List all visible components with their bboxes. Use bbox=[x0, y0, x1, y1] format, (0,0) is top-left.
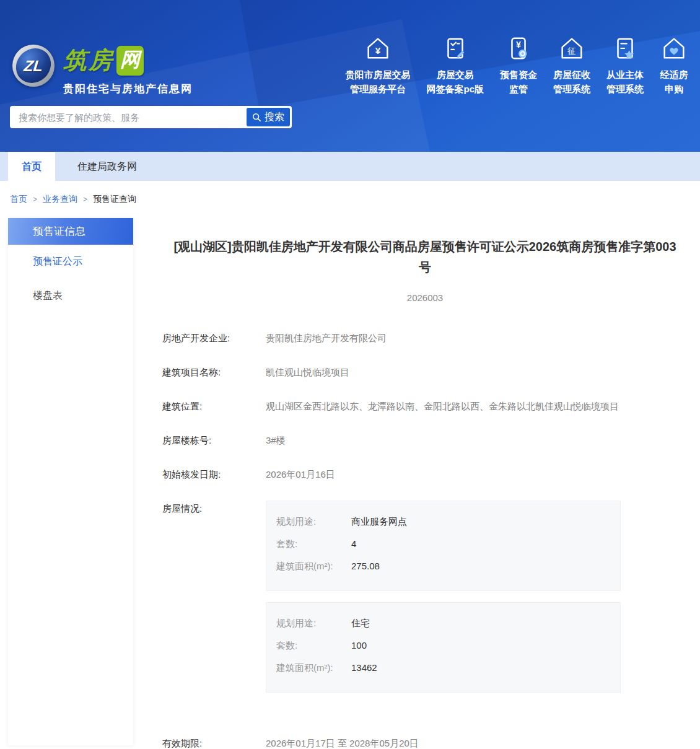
field-developer: 房地产开发企业: 贵阳凯佳房地产开发有限公司 bbox=[162, 330, 688, 346]
sidebar: 预售证信息 预售证公示 楼盘表 bbox=[8, 218, 133, 745]
nav-item-label: 贵阳市房屋交易管理服务平台 bbox=[345, 68, 410, 96]
svg-text:征: 征 bbox=[567, 46, 575, 56]
field-label: 初始核发日期: bbox=[162, 466, 266, 483]
brand-text: 筑房 网 贵阳住宅与房地产信息网 bbox=[63, 45, 193, 96]
box-label: 规划用途: bbox=[276, 618, 351, 629]
box-row-planned-use: 规划用途: 商业服务网点 bbox=[276, 516, 610, 528]
brand-name: 筑房 bbox=[63, 45, 114, 76]
field-project-name: 建筑项目名称: 凯佳观山悦临境项目 bbox=[162, 364, 688, 380]
box-value: 13462 bbox=[351, 662, 377, 674]
box-value: 4 bbox=[351, 538, 356, 550]
housing-box-residential: 规划用途: 住宅 套数: 100 建筑面积(m²): 13462 bbox=[266, 602, 621, 693]
field-value: 2026年01月17日 至 2028年05月20日 bbox=[266, 735, 419, 749]
field-label: 房屋情况: bbox=[162, 501, 266, 717]
field-label: 房屋楼栋号: bbox=[162, 432, 266, 449]
box-label: 建筑面积(m²): bbox=[276, 662, 351, 674]
field-label: 建筑项目名称: bbox=[162, 364, 266, 380]
site-header: ZL 筑房 网 贵阳住宅与房地产信息网 ¥ 贵阳市房屋交易管理服务平台 bbox=[0, 0, 700, 152]
nav-item-label: 房屋征收管理系统 bbox=[553, 68, 590, 96]
field-value: 观山湖区金西北路以东、龙潭路以南、金阳北路以西、金朱路以北凯佳观山悦临境项目 bbox=[266, 398, 619, 414]
field-validity-period: 有效期限: 2026年01月17日 至 2028年05月20日 bbox=[162, 735, 688, 749]
top-tabstrip: 首页 住建局政务网 bbox=[0, 152, 700, 181]
detail-fields: 房地产开发企业: 贵阳凯佳房地产开发有限公司 建筑项目名称: 凯佳观山悦临境项目… bbox=[162, 330, 688, 749]
nav-item-trade-platform[interactable]: ¥ 贵阳市房屋交易管理服务平台 bbox=[337, 34, 418, 96]
breadcrumb-business-query-link[interactable]: 业务查询 bbox=[43, 194, 77, 205]
search-button[interactable]: 搜索 bbox=[247, 108, 290, 126]
logo-monogram: ZL bbox=[14, 48, 53, 83]
brand-subtitle: 贵阳住宅与房地产信息网 bbox=[63, 82, 193, 96]
field-housing-situation: 房屋情况: 规划用途: 商业服务网点 套数: 4 建筑面积(m²): bbox=[162, 501, 688, 717]
tab-housing-bureau-portal[interactable]: 住建局政务网 bbox=[64, 152, 151, 181]
main-layout: 预售证信息 预售证公示 楼盘表 [观山湖区]贵阳凯佳房地产开发有限公司商品房屋预… bbox=[0, 218, 700, 749]
affordable-house-icon bbox=[660, 34, 688, 63]
field-label: 房地产开发企业: bbox=[162, 330, 266, 346]
logo-badge-icon: ZL bbox=[12, 45, 55, 87]
field-label: 有效期限: bbox=[162, 735, 266, 749]
entity-manage-icon bbox=[606, 34, 644, 63]
nav-item-label: 预售资金监管 bbox=[500, 68, 537, 96]
tab-home[interactable]: 首页 bbox=[8, 152, 55, 181]
box-label: 套数: bbox=[276, 640, 351, 652]
funds-monitor-icon: ¥ bbox=[500, 34, 537, 63]
search-bar: 搜索 bbox=[10, 106, 292, 128]
breadcrumb-current: 预售证查询 bbox=[93, 194, 136, 205]
brand-name-suffix: 网 bbox=[116, 46, 144, 76]
nav-item-online-sign[interactable]: 房屋交易网签备案pc版 bbox=[418, 34, 492, 96]
nav-item-requisition[interactable]: 征 房屋征收管理系统 bbox=[545, 34, 598, 96]
field-label: 建筑位置: bbox=[162, 398, 266, 414]
field-value: 3#楼 bbox=[266, 432, 286, 449]
box-value: 100 bbox=[351, 640, 367, 652]
box-row-planned-use: 规划用途: 住宅 bbox=[276, 618, 610, 629]
nav-item-label: 房屋交易网签备案pc版 bbox=[426, 68, 484, 96]
field-location: 建筑位置: 观山湖区金西北路以东、龙潭路以南、金阳北路以西、金朱路以北凯佳观山悦… bbox=[162, 398, 688, 414]
sidebar-item-presale-announcement[interactable]: 预售证公示 bbox=[8, 245, 133, 279]
doc-sign-icon bbox=[426, 34, 484, 63]
box-label: 规划用途: bbox=[276, 516, 351, 528]
field-issue-date: 初始核发日期: 2026年01月16日 bbox=[162, 466, 688, 483]
search-icon bbox=[252, 113, 261, 122]
svg-text:¥: ¥ bbox=[516, 40, 521, 50]
box-value: 住宅 bbox=[351, 618, 370, 629]
field-value: 凯佳观山悦临境项目 bbox=[266, 364, 349, 380]
breadcrumb-separator: > bbox=[83, 195, 87, 204]
field-value: 贵阳凯佳房地产开发有限公司 bbox=[266, 330, 387, 346]
field-building-number: 房屋楼栋号: 3#楼 bbox=[162, 432, 688, 449]
box-row-floor-area: 建筑面积(m²): 275.08 bbox=[276, 561, 610, 572]
field-value: 2026年01月16日 bbox=[266, 466, 335, 483]
site-logo[interactable]: ZL 筑房 网 贵阳住宅与房地产信息网 bbox=[12, 45, 193, 96]
breadcrumb: 首页 > 业务查询 > 预售证查询 bbox=[0, 181, 700, 218]
housing-box-commercial: 规划用途: 商业服务网点 套数: 4 建筑面积(m²): 275.08 bbox=[266, 501, 621, 591]
page-title: [观山湖区]贵阳凯佳房地产开发有限公司商品房屋预售许可证公示2026筑商房预售准… bbox=[162, 237, 688, 278]
box-row-unit-count: 套数: 4 bbox=[276, 538, 610, 550]
header-nav: ¥ 贵阳市房屋交易管理服务平台 房屋交易网签备案pc版 bbox=[337, 34, 696, 96]
box-row-unit-count: 套数: 100 bbox=[276, 640, 610, 652]
sidebar-header-presale-info: 预售证信息 bbox=[8, 218, 133, 245]
house-requisition-icon: 征 bbox=[553, 34, 590, 63]
nav-item-label: 从业主体管理系统 bbox=[606, 68, 644, 96]
breadcrumb-home-link[interactable]: 首页 bbox=[10, 194, 27, 205]
box-label: 建筑面积(m²): bbox=[276, 561, 351, 572]
box-row-floor-area: 建筑面积(m²): 13462 bbox=[276, 662, 610, 674]
box-value: 275.08 bbox=[351, 561, 380, 572]
box-value: 商业服务网点 bbox=[351, 516, 407, 528]
house-yuan-icon: ¥ bbox=[345, 34, 410, 63]
sidebar-item-building-table[interactable]: 楼盘表 bbox=[8, 279, 133, 313]
nav-item-presale-funds[interactable]: ¥ 预售资金监管 bbox=[492, 34, 545, 96]
search-button-label: 搜索 bbox=[265, 111, 284, 124]
nav-item-affordable-house[interactable]: 经适房申购 bbox=[652, 34, 696, 96]
nav-item-label: 经适房申购 bbox=[660, 68, 688, 96]
certificate-number: 2026003 bbox=[162, 292, 688, 303]
breadcrumb-separator: > bbox=[33, 195, 37, 204]
main-content: [观山湖区]贵阳凯佳房地产开发有限公司商品房屋预售许可证公示2026筑商房预售准… bbox=[133, 218, 700, 749]
box-label: 套数: bbox=[276, 538, 351, 550]
housing-boxes: 规划用途: 商业服务网点 套数: 4 建筑面积(m²): 275.08 bbox=[266, 501, 621, 717]
svg-text:¥: ¥ bbox=[375, 45, 381, 56]
search-input[interactable] bbox=[10, 106, 247, 128]
nav-item-entity-manage[interactable]: 从业主体管理系统 bbox=[598, 34, 652, 96]
